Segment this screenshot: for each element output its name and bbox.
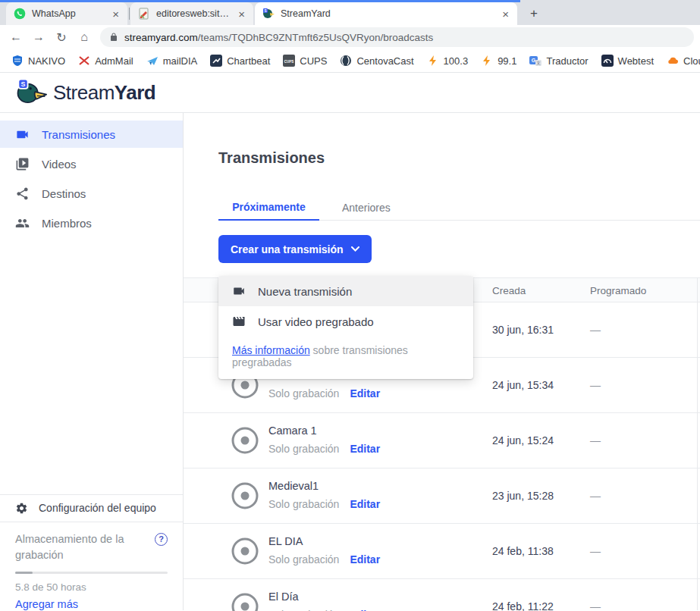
close-icon[interactable]: × <box>500 8 511 20</box>
tab-separator <box>129 8 130 20</box>
table-row[interactable]: Medieval1 Solo grabaciónEditar 23 jun, 1… <box>184 468 700 524</box>
edit-link[interactable]: Editar <box>350 498 380 510</box>
svg-text:CUPS: CUPS <box>284 60 294 64</box>
storage-label: Almacenamiento de la grabación <box>15 531 155 565</box>
lightning-icon <box>481 55 493 67</box>
close-icon[interactable]: × <box>110 8 121 20</box>
clapperboard-icon <box>232 315 246 328</box>
storage-section: Almacenamiento de la grabación ? 5.8 de … <box>0 522 183 611</box>
tab-anteriores[interactable]: Anteriores <box>337 195 395 221</box>
svg-text:文: 文 <box>537 61 541 65</box>
create-broadcast-dropdown: Nueva transmisión Usar video pregrabado … <box>218 276 473 379</box>
back-icon[interactable]: ← <box>6 27 26 47</box>
edit-link[interactable]: Editar <box>350 387 380 400</box>
record-icon <box>231 592 259 611</box>
storage-usage: 5.8 de 50 horas <box>15 581 168 593</box>
broadcast-title: El Día <box>268 591 299 603</box>
new-tab-button[interactable]: + <box>525 5 543 23</box>
forward-icon[interactable]: → <box>29 27 49 47</box>
sidebar-item-miembros[interactable]: Miembros <box>0 209 183 237</box>
gauge-icon <box>601 55 614 67</box>
sidebar-item-destinos[interactable]: Destinos <box>0 180 183 207</box>
storage-progress-fill <box>15 572 33 574</box>
sidebar-item-videos[interactable]: Videos <box>0 150 183 177</box>
members-icon <box>15 216 30 230</box>
url-domain: streamyard.com <box>124 32 198 43</box>
table-row[interactable]: El Día Solo grabaciónEditar 24 feb, 11:2… <box>184 579 700 611</box>
video-camera-icon <box>232 284 246 298</box>
column-header-programado: Programado <box>590 284 646 296</box>
more-info-link[interactable]: Más información <box>232 344 310 356</box>
svg-text:S: S <box>264 9 266 13</box>
page-title: Transmisiones <box>218 149 325 167</box>
svg-text:S: S <box>21 80 26 88</box>
bookmark-traductor[interactable]: G文 Traductor <box>527 55 590 67</box>
tab-title: StreamYard <box>281 8 494 19</box>
sidebar-spacer <box>0 239 183 494</box>
home-icon[interactable]: ⌂ <box>74 27 94 47</box>
bookmark-cloudflare[interactable]: CloudFlare <box>664 55 700 67</box>
url-text: streamyard.com/teams/TQDhBC9ZNTmft6z5UsQ… <box>124 32 433 43</box>
shield-icon <box>11 55 24 67</box>
edit-page-icon <box>138 8 150 20</box>
streamyard-duck-logo[interactable]: S <box>15 77 47 108</box>
browser-tab-editoresweb[interactable]: editoresweb:sitioweb:eldia.co × <box>130 2 253 25</box>
whatsapp-icon <box>14 8 26 20</box>
edit-link[interactable]: Editar <box>350 443 380 455</box>
url-field[interactable]: streamyard.com/teams/TQDhBC9ZNTmft6z5UsQ… <box>100 27 694 47</box>
menu-item-usar-video-pregrabado[interactable]: Usar video pregrabado <box>218 306 473 337</box>
tab-proximamente[interactable]: Próximamente <box>218 195 319 221</box>
broadcast-subtitle: Solo grabaciónEditar <box>268 443 380 455</box>
app-header: S StreamYard <box>0 73 700 113</box>
bookmark-centovacast[interactable]: CentovaCast <box>337 55 416 67</box>
broadcast-title: EL DIA <box>268 535 303 547</box>
translate-icon: G文 <box>529 55 541 67</box>
browser-tab-strip: WhatsApp × editoresweb:sitioweb:eldia.co… <box>0 2 700 25</box>
table-row[interactable]: Camara 1 Solo grabaciónEditar 24 jun, 15… <box>184 413 700 468</box>
cups-icon: CUPS <box>283 55 295 67</box>
broadcast-subtitle: Solo grabaciónEditar <box>268 387 380 400</box>
bookmark-100-3[interactable]: 100.3 <box>425 55 471 67</box>
bookmark-chartbeat[interactable]: Chartbeat <box>208 55 272 67</box>
gear-icon <box>15 502 28 515</box>
browser-tab-streamyard[interactable]: S StreamYard × <box>255 2 517 25</box>
video-library-icon <box>15 157 30 171</box>
sidebar-nav: Transmisiones Videos Destinos Miembros <box>0 113 183 239</box>
table-row[interactable]: EL DIA Solo grabaciónEditar 24 feb, 11:3… <box>184 524 700 579</box>
bookmark-webtest[interactable]: Webtest <box>599 55 656 67</box>
streamyard-wordmark[interactable]: StreamYard <box>53 81 155 105</box>
video-camera-icon <box>15 127 30 142</box>
broadcast-subtitle: Solo grabaciónEditar <box>268 553 380 566</box>
bookmark-cups[interactable]: CUPS CUPS <box>281 55 329 67</box>
lightning-icon <box>427 55 439 67</box>
mail-x-icon <box>78 55 90 67</box>
bookmark-nakivo[interactable]: NAKIVO <box>9 55 67 67</box>
tab-title: WhatsApp <box>32 8 104 19</box>
team-settings-button[interactable]: Configuración del equipo <box>0 494 183 522</box>
browser-tab-whatsapp[interactable]: WhatsApp × <box>6 2 127 25</box>
edit-link[interactable]: Editar <box>350 553 380 566</box>
add-more-link[interactable]: Agregar más <box>15 598 168 610</box>
broadcast-tabs: Próximamente Anteriores <box>218 195 700 221</box>
bookmarks-bar: NAKIVO AdmMail mailDIA Chartbeat CUPS CU… <box>0 49 700 73</box>
url-path: /teams/TQDhBC9ZNTmft6z5UsQVRyon/broadcas… <box>198 32 434 43</box>
cloud-icon <box>667 55 679 67</box>
broadcast-title: Medieval1 <box>268 480 319 492</box>
create-broadcast-button[interactable]: Crear una transmisión <box>218 235 372 263</box>
svg-text:G: G <box>532 58 536 63</box>
sidebar-item-transmisiones[interactable]: Transmisiones <box>0 121 183 148</box>
lock-icon <box>109 33 118 42</box>
streamyard-favicon: S <box>262 8 275 20</box>
bookmark-admmail[interactable]: AdmMail <box>76 55 136 67</box>
reload-icon[interactable]: ↻ <box>52 27 71 47</box>
bookmark-99-1[interactable]: 99.1 <box>479 55 519 67</box>
close-icon[interactable]: × <box>236 8 247 20</box>
menu-item-nueva-transmision[interactable]: Nueva transmisión <box>218 276 473 306</box>
content: Transmisiones Videos Destinos Miembros C… <box>0 113 700 610</box>
column-header-creada: Creada <box>492 284 526 296</box>
chevron-down-icon <box>351 246 359 252</box>
bookmark-maildia[interactable]: mailDIA <box>144 55 200 67</box>
record-icon <box>231 426 259 455</box>
chart-arrow-icon <box>210 55 222 67</box>
help-icon[interactable]: ? <box>155 533 168 546</box>
